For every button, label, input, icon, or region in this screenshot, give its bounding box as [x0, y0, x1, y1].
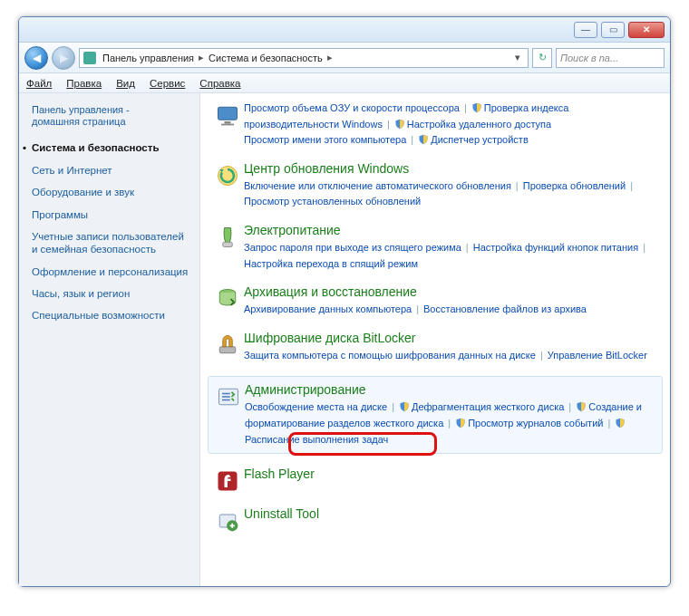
- category-section: Flash Player: [211, 467, 659, 494]
- separator: |: [412, 303, 423, 314]
- category-title[interactable]: Центр обновления Windows: [244, 161, 659, 176]
- category-section: Центр обновления WindowsВключение или от…: [211, 161, 659, 210]
- control-panel-window: — ▭ ✕ ◀ ▶ Панель управления ▸ Система и …: [18, 16, 671, 587]
- menu-file[interactable]: Файл: [26, 78, 52, 89]
- separator: |: [387, 401, 399, 412]
- task-link[interactable]: Настройка удаленного доступа: [394, 119, 551, 130]
- sidebar-item[interactable]: Оформление и персонализация: [32, 261, 190, 283]
- sidebar-heading[interactable]: Панель управления -домашняя страница: [32, 104, 190, 128]
- task-link[interactable]: Архивирование данных компьютера: [244, 303, 412, 314]
- svg-rect-0: [218, 107, 238, 120]
- category-section: Просмотр объема ОЗУ и скорости процессор…: [211, 101, 659, 149]
- backup-icon: [211, 284, 244, 318]
- separator: |: [460, 102, 471, 113]
- maximize-button[interactable]: ▭: [601, 22, 625, 38]
- update-icon: [211, 161, 244, 210]
- separator: |: [383, 119, 394, 130]
- minimize-button[interactable]: —: [574, 22, 597, 38]
- task-link[interactable]: Диспетчер устройств: [418, 134, 529, 145]
- power-icon: [211, 223, 244, 272]
- search-input[interactable]: Поиск в па...: [556, 48, 665, 68]
- separator: |: [603, 418, 615, 428]
- category-section: Архивация и восстановлениеАрхивирование …: [211, 284, 659, 318]
- category-title[interactable]: Uninstall Tool: [244, 506, 659, 521]
- category-title[interactable]: Flash Player: [244, 467, 659, 481]
- sidebar-item[interactable]: Часы, язык и регион: [32, 283, 190, 304]
- separator: |: [564, 401, 576, 412]
- category-links: Просмотр объема ОЗУ и скорости процессор…: [244, 101, 659, 149]
- category-section: АдминистрированиеОсвобождение места на д…: [208, 376, 663, 454]
- sidebar-item[interactable]: Учетные записи пользователей и семейная …: [32, 226, 190, 261]
- category-section: Шифрование диска BitLockerЗащита компьют…: [211, 331, 659, 364]
- separator: |: [511, 180, 523, 191]
- task-link[interactable]: Включение или отключение автоматического…: [244, 180, 511, 191]
- sidebar-item[interactable]: Сеть и Интернет: [32, 159, 190, 181]
- content-pane: Просмотр объема ОЗУ и скорости процессор…: [200, 93, 670, 586]
- task-link[interactable]: Просмотр журналов событий: [455, 418, 603, 428]
- category-links: Архивирование данных компьютера|Восстано…: [244, 302, 659, 318]
- breadcrumb-root[interactable]: Панель управления: [100, 53, 197, 63]
- separator: |: [443, 418, 455, 428]
- refresh-button[interactable]: ↻: [532, 48, 552, 68]
- category-links: Защита компьютера с помощью шифрования д…: [244, 348, 659, 364]
- task-link[interactable]: Защита компьютера с помощью шифрования д…: [244, 350, 536, 361]
- task-link[interactable]: Просмотр имени этого компьютера: [244, 134, 406, 145]
- category-title[interactable]: Шифрование диска BitLocker: [244, 331, 659, 345]
- separator: |: [461, 242, 473, 253]
- category-links: Включение или отключение автоматического…: [244, 178, 659, 210]
- task-link[interactable]: Восстановление файлов из архива: [423, 303, 587, 314]
- task-link[interactable]: Запрос пароля при выходе из спящего режи…: [244, 242, 461, 253]
- task-link[interactable]: Дефрагментация жесткого диска: [399, 401, 564, 412]
- menu-help[interactable]: Справка: [199, 78, 240, 89]
- category-section: Uninstall Tool: [211, 506, 659, 534]
- task-link[interactable]: Настройка перехода в спящий режим: [244, 258, 418, 269]
- control-panel-icon: [83, 52, 96, 64]
- sidebar-item[interactable]: Программы: [32, 204, 190, 226]
- menu-tools[interactable]: Сервис: [150, 78, 185, 89]
- breadcrumb-current[interactable]: Система и безопасность: [206, 53, 325, 63]
- chevron-right-icon: ▸: [325, 52, 335, 63]
- category-title[interactable]: Электропитание: [244, 223, 659, 237]
- menu-view[interactable]: Вид: [116, 78, 135, 89]
- category-links: Освобождение места на диске|Дефрагментац…: [245, 399, 658, 448]
- task-link[interactable]: Освобождение места на диске: [245, 401, 387, 412]
- address-bar[interactable]: Панель управления ▸ Система и безопаснос…: [79, 48, 529, 68]
- category-title[interactable]: Администрирование: [245, 382, 658, 397]
- close-button[interactable]: ✕: [628, 22, 665, 38]
- category-links: Запрос пароля при выходе из спящего режи…: [244, 240, 659, 272]
- svg-rect-4: [223, 242, 233, 246]
- separator: |: [638, 242, 650, 253]
- admin-icon: [212, 382, 245, 448]
- task-link[interactable]: Просмотр объема ОЗУ и скорости процессор…: [244, 102, 460, 113]
- svg-rect-6: [219, 347, 236, 353]
- category-title[interactable]: Архивация и восстановление: [244, 284, 659, 299]
- menu-bar: Файл Правка Вид Сервис Справка: [19, 73, 670, 93]
- window-body: Панель управления -домашняя страница Сис…: [19, 93, 670, 586]
- separator: |: [536, 350, 548, 361]
- forward-button[interactable]: ▶: [52, 46, 75, 70]
- sidebar-item[interactable]: Система и безопасность: [32, 137, 190, 159]
- nav-bar: ◀ ▶ Панель управления ▸ Система и безопа…: [19, 43, 670, 73]
- titlebar: — ▭ ✕: [19, 17, 670, 43]
- category-section: ЭлектропитаниеЗапрос пароля при выходе и…: [211, 223, 659, 272]
- task-link[interactable]: Настройка функций кнопок питания: [473, 242, 638, 253]
- separator: |: [406, 134, 418, 145]
- address-dropdown[interactable]: ▾: [511, 52, 524, 63]
- bitlocker-icon: [211, 331, 244, 364]
- monitor-icon: [211, 101, 244, 149]
- sidebar: Панель управления -домашняя страница Сис…: [19, 93, 200, 586]
- separator: |: [626, 180, 637, 191]
- task-link[interactable]: Управление BitLocker: [548, 350, 647, 361]
- chevron-right-icon: ▸: [197, 52, 206, 63]
- svg-rect-1: [225, 121, 231, 124]
- task-link[interactable]: Просмотр установленных обновлений: [244, 196, 421, 207]
- sidebar-item[interactable]: Оборудование и звук: [32, 181, 190, 203]
- svg-rect-2: [221, 124, 234, 126]
- flash-icon: [211, 467, 244, 494]
- menu-edit[interactable]: Правка: [66, 78, 102, 89]
- back-button[interactable]: ◀: [24, 46, 48, 70]
- uninstall-icon: [211, 506, 244, 534]
- sidebar-item[interactable]: Специальные возможности: [32, 304, 190, 326]
- task-link[interactable]: Проверка обновлений: [523, 180, 626, 191]
